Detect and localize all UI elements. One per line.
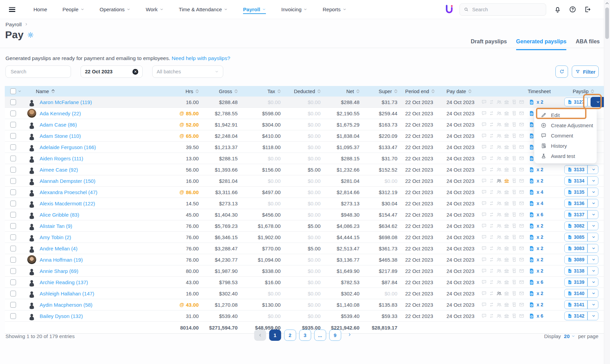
next-page-button[interactable] [344, 330, 356, 341]
timesheet-icon[interactable] [529, 122, 535, 128]
bank-icon[interactable] [504, 144, 509, 150]
timesheet-icon[interactable] [529, 144, 535, 150]
logout-icon[interactable] [584, 6, 591, 13]
people-icon[interactable] [496, 302, 502, 307]
row-checkbox[interactable] [10, 268, 16, 274]
comment-icon[interactable] [481, 246, 487, 251]
employee-name-link[interactable]: Adelaide Ferguson (166) [40, 144, 96, 150]
bank-icon[interactable] [504, 313, 509, 319]
people-icon[interactable] [496, 167, 502, 172]
shift-swap-icon[interactable] [489, 313, 494, 319]
employee-name-link[interactable]: Alannah Dempster (150) [40, 178, 95, 184]
payslip-menu-chevron-button[interactable] [590, 210, 598, 219]
bank-icon[interactable] [504, 178, 509, 184]
comment-icon[interactable] [481, 257, 487, 262]
employee-name-link[interactable]: Andre Mellan (4) [40, 246, 77, 251]
select-all-checkbox[interactable] [10, 88, 16, 94]
tab-generated-payslips[interactable]: Generated payslips [516, 39, 567, 50]
refresh-button[interactable] [555, 65, 568, 78]
row-checkbox[interactable] [10, 246, 16, 251]
employee-name-link[interactable]: Ada Kennedy (22) [40, 111, 81, 116]
employee-name-link[interactable]: Alexandra Proeschel (47) [40, 189, 97, 195]
employee-name-link[interactable]: Alistair Tan (9) [40, 223, 72, 229]
row-checkbox[interactable] [10, 133, 16, 139]
row-checkbox[interactable] [10, 178, 16, 184]
menu-item-award-test[interactable]: Award test [534, 151, 597, 161]
receipt-icon[interactable] [511, 122, 517, 127]
people-icon[interactable] [496, 223, 502, 229]
comment-icon[interactable] [481, 302, 487, 307]
column-header-hrs[interactable]: Hrs [157, 89, 199, 94]
shift-swap-icon[interactable] [489, 223, 494, 229]
page-button-1[interactable]: 1 [269, 330, 281, 341]
page-button-ellipsis[interactable]: ... [314, 330, 326, 341]
bank-icon[interactable] [504, 302, 509, 307]
comment-icon[interactable] [481, 156, 487, 161]
people-icon[interactable] [496, 268, 502, 274]
row-checkbox[interactable] [10, 99, 16, 105]
employee-name-link[interactable]: Adam Case (86) [40, 122, 77, 128]
receipt-icon[interactable] [511, 111, 517, 116]
payslip-button[interactable]: 3083 [564, 244, 598, 253]
column-header-deducted[interactable]: Deducted [281, 89, 321, 94]
row-checkbox[interactable] [10, 201, 16, 206]
employee-name-link[interactable]: Alice Gribble (83) [40, 212, 79, 218]
timesheet-icon[interactable] [529, 257, 535, 263]
bank-icon[interactable] [504, 257, 509, 262]
bank-icon[interactable] [504, 189, 509, 195]
bank-icon[interactable] [504, 279, 509, 285]
row-checkbox[interactable] [10, 223, 16, 229]
menu-item-history[interactable]: History [534, 141, 597, 151]
employee-name-link[interactable]: Aiden Rogers (111) [40, 156, 83, 161]
payslip-menu-chevron-button[interactable] [590, 289, 598, 297]
people-icon[interactable] [496, 144, 502, 150]
column-header-tax[interactable]: Tax [238, 89, 281, 94]
people-icon[interactable] [496, 156, 502, 161]
scrollbar-thumb[interactable] [605, 8, 609, 39]
employee-name-link[interactable]: Anna Hoffman (19) [40, 257, 83, 263]
employee-name-link[interactable]: Ashleigh Hallahan (147) [40, 291, 94, 296]
breadcrumb-payroll-link[interactable]: Payroll [5, 21, 22, 28]
comment-icon[interactable] [481, 212, 487, 217]
timesheet-icon[interactable] [529, 268, 535, 274]
shift-swap-icon[interactable] [489, 201, 494, 206]
bank-icon[interactable] [504, 246, 509, 251]
employee-name-link[interactable]: Aimee Case (92) [40, 167, 78, 173]
receipt-icon[interactable] [511, 201, 517, 206]
row-checkbox[interactable] [10, 279, 16, 285]
timesheet-icon[interactable] [529, 291, 535, 296]
row-checkbox[interactable] [10, 302, 16, 308]
comment-icon[interactable] [481, 111, 487, 116]
comment-icon[interactable] [481, 234, 487, 240]
payslip-button[interactable]: 3127 [564, 98, 606, 106]
comment-icon[interactable] [481, 291, 487, 296]
payslip-menu-chevron-button[interactable] [591, 97, 606, 107]
receipt-icon[interactable] [511, 246, 517, 251]
employee-name-link[interactable]: Adam Stone (110) [40, 133, 81, 139]
row-checkbox[interactable] [10, 156, 16, 161]
payslip-button[interactable]: 3133 [564, 165, 598, 174]
payslip-button[interactable]: 3134 [564, 176, 598, 185]
column-header-gross[interactable]: Gross [199, 89, 238, 94]
nav-time-attendance[interactable]: Time & Attendance [179, 6, 228, 12]
receipt-icon[interactable] [511, 189, 517, 195]
nav-payroll[interactable]: Payroll [243, 6, 266, 14]
comment-icon[interactable] [481, 99, 487, 105]
row-checkbox[interactable] [10, 234, 16, 240]
payslip-button[interactable]: 3085 [564, 233, 598, 242]
timesheet-icon[interactable] [529, 189, 535, 195]
hamburger-menu-icon[interactable] [9, 7, 15, 12]
column-header-payslip[interactable]: Payslip [562, 89, 605, 94]
people-icon[interactable] [496, 111, 502, 116]
page-button-9[interactable]: 9 [329, 330, 341, 341]
comment-icon[interactable] [481, 178, 487, 184]
comment-icon[interactable] [481, 122, 487, 127]
row-checkbox[interactable] [10, 189, 16, 195]
row-checkbox[interactable] [10, 291, 16, 296]
timesheet-icon[interactable] [529, 279, 535, 285]
tab-aba-files[interactable]: ABA files [576, 39, 600, 50]
receipt-icon[interactable] [511, 313, 517, 319]
scroll-up-arrow-icon[interactable] [606, 2, 609, 4]
page-button-2[interactable]: 2 [284, 330, 296, 341]
pay-date-filter[interactable]: 22 Oct 2023 ✕ [81, 65, 143, 78]
